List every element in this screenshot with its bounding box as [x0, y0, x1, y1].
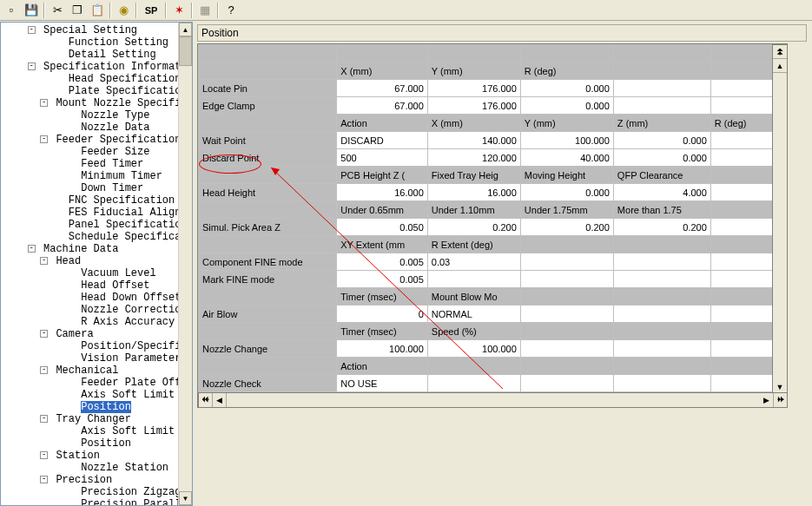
tree-item[interactable]: - Feeder Specification: [1, 134, 178, 146]
expand-toggle-icon[interactable]: -: [40, 451, 48, 459]
help-icon[interactable]: ?: [221, 2, 241, 19]
tree-item[interactable]: Feed Timer: [1, 158, 178, 170]
nav-tree: - Special Setting Function Setting Detai…: [0, 22, 193, 506]
tree-item[interactable]: Precision Zigzag: [1, 486, 178, 498]
tree-item[interactable]: Nozzle Type: [1, 109, 178, 122]
tree-item[interactable]: Head Specification: [1, 73, 178, 85]
tree-item[interactable]: - Tray Changer: [1, 413, 178, 425]
copy-icon[interactable]: ❐: [68, 2, 87, 19]
paste-icon[interactable]: 📋: [88, 2, 107, 19]
expand-toggle-icon[interactable]: -: [40, 415, 48, 423]
expand-toggle-icon[interactable]: -: [40, 99, 48, 107]
row-label: Locate Pin: [199, 80, 337, 97]
tree-item[interactable]: Head Down Offset: [1, 292, 178, 304]
expand-toggle-icon[interactable]: -: [28, 62, 36, 70]
arrow-up-full-icon[interactable]: ⯭: [773, 45, 787, 59]
tree-item[interactable]: Panel Specification: [1, 219, 178, 231]
tree-item[interactable]: Vacuum Level: [1, 267, 178, 279]
panel-title: Position: [197, 24, 807, 42]
expand-toggle-icon[interactable]: -: [40, 257, 48, 265]
tree-item[interactable]: FES Fiducial Alignment: [1, 207, 178, 219]
expand-toggle-icon[interactable]: -: [40, 476, 48, 483]
tree-item[interactable]: R Axis Accuracy: [1, 316, 178, 328]
tree-item[interactable]: - Head: [1, 255, 178, 267]
expand-toggle-icon[interactable]: -: [28, 26, 36, 34]
sp-button[interactable]: SP: [140, 2, 162, 19]
tree-item[interactable]: - Mount Nozzle Specificati: [1, 97, 178, 109]
save-icon[interactable]: 💾: [22, 2, 41, 19]
tree-item[interactable]: Vision Parameter: [1, 352, 178, 365]
tree-item[interactable]: - Specification Information: [1, 61, 178, 73]
tree-item[interactable]: Feeder Size: [1, 146, 178, 158]
tree-item[interactable]: Function Setting: [1, 36, 178, 49]
arrow-up-icon[interactable]: ▲: [773, 59, 787, 73]
wait-point-label: Wait Point: [199, 132, 337, 149]
tree-item[interactable]: - Special Setting: [1, 24, 178, 36]
arrow-right-full-icon[interactable]: ⯮: [774, 393, 788, 407]
expand-toggle-icon[interactable]: -: [40, 366, 48, 374]
tree-item[interactable]: - Station: [1, 450, 178, 462]
cut-icon[interactable]: ✂: [48, 2, 67, 19]
tree-item[interactable]: - Camera: [1, 328, 178, 340]
grid-vscroll[interactable]: ⯭ ▲ ▼ ⯯: [772, 44, 788, 408]
tree-item[interactable]: FNC Specification: [1, 194, 178, 207]
tree-item[interactable]: Minimum Timer: [1, 170, 178, 182]
arrow-right-icon[interactable]: ▶: [760, 393, 774, 407]
tree-item[interactable]: Down Timer: [1, 182, 178, 194]
tree-item[interactable]: Position/Specificatio: [1, 340, 178, 352]
grid-hscroll[interactable]: ⯬ ◀ ▶ ⯮: [198, 392, 788, 408]
cell[interactable]: 67.000: [337, 80, 428, 97]
arrow-left-full-icon[interactable]: ⯬: [199, 393, 213, 407]
tree-item[interactable]: Position: [1, 401, 178, 413]
col-header: X (mm): [337, 62, 428, 80]
tree-item[interactable]: Head Offset: [1, 279, 178, 292]
tree-item[interactable]: Plate Specification: [1, 85, 178, 97]
tree-item[interactable]: Position: [1, 437, 178, 450]
tree-item[interactable]: Nozzle Data: [1, 122, 178, 134]
scroll-down-icon[interactable]: ▼: [179, 491, 192, 505]
expand-toggle-icon[interactable]: -: [40, 330, 48, 338]
grid-icon[interactable]: ▦: [195, 2, 215, 19]
tree-item[interactable]: - Mechanical: [1, 365, 178, 377]
tree-item[interactable]: Nozzle Correction: [1, 304, 178, 316]
tree-item[interactable]: Precision Parallel: [1, 498, 178, 505]
new-icon[interactable]: ▫: [2, 2, 21, 19]
tree-item[interactable]: Detail Setting: [1, 49, 178, 61]
position-grid[interactable]: X (mm) Y (mm) R (deg) Locate Pin 67.000 …: [197, 43, 788, 408]
tree-item[interactable]: Axis Soft Limit: [1, 389, 178, 401]
scroll-up-icon[interactable]: ▲: [179, 23, 192, 36]
main-toolbar: ▫ 💾 ✂ ❐ 📋 ◉ SP ✶ ▦ ?: [0, 0, 812, 21]
arrow-left-icon[interactable]: ◀: [213, 393, 227, 407]
gear-icon[interactable]: ◉: [114, 2, 133, 19]
tree-item[interactable]: Axis Soft Limit: [1, 425, 178, 437]
tree-item[interactable]: Schedule Specification: [1, 231, 178, 243]
tree-item[interactable]: - Precision: [1, 474, 178, 486]
tree-item[interactable]: Nozzle Station: [1, 462, 178, 474]
expand-toggle-icon[interactable]: -: [28, 245, 36, 253]
tree-item[interactable]: - Machine Data: [1, 243, 178, 255]
scroll-thumb[interactable]: [179, 36, 192, 66]
expand-toggle-icon[interactable]: -: [40, 135, 48, 143]
bug-icon[interactable]: ✶: [169, 2, 188, 19]
tree-scrollbar[interactable]: ▲ ▼: [178, 23, 192, 505]
tree-item[interactable]: Feeder Plate Offset: [1, 377, 178, 389]
